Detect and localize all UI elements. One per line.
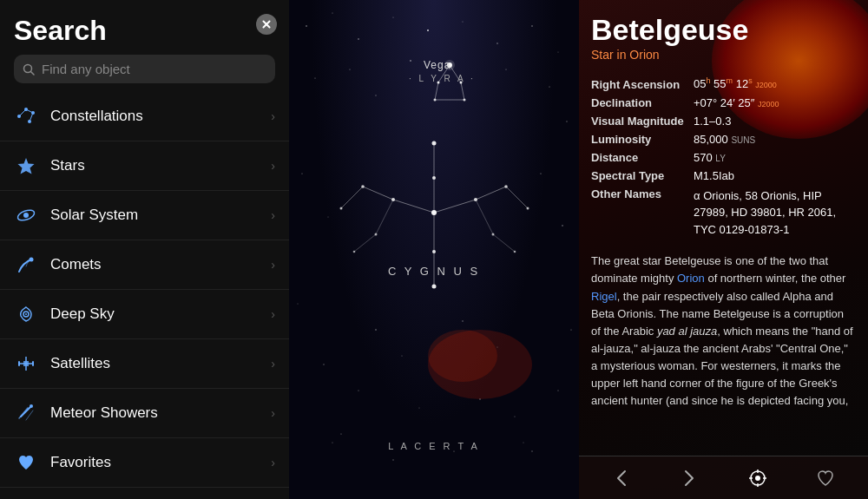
ra-value: 05h 55m 12s J2000 [694,76,856,90]
svg-line-63 [435,82,438,100]
svg-point-47 [562,225,563,227]
satellites-icon [14,351,38,376]
svg-point-49 [570,329,571,330]
svg-point-53 [531,450,532,451]
search-panel: Search Find any object [0,0,289,499]
deep-sky-chevron: › [271,307,275,321]
meteor-showers-label: Meteor Showers [50,404,259,422]
svg-line-7 [26,109,33,113]
other-names-label: Other Names [591,187,687,200]
forward-button[interactable] [672,461,707,496]
sidebar-item-satellites[interactable]: Satellites › [0,339,289,389]
sidebar-item-siri-shortcuts[interactable]: Siri Shortcuts › [0,488,289,499]
svg-point-35 [531,25,533,27]
svg-point-11 [23,213,29,218]
svg-point-28 [306,25,307,27]
solar-system-label: Solar System [50,207,259,224]
svg-point-48 [298,304,299,305]
info-row-other-names: Other Names α Orionis, 58 Orionis, HIP 2… [591,185,856,241]
svg-line-6 [19,109,26,116]
favorite-button[interactable] [808,461,843,496]
svg-line-22 [26,410,33,420]
svg-point-44 [301,173,302,174]
favorites-icon [14,450,38,475]
svg-line-91 [476,187,506,200]
svg-point-108 [523,443,524,443]
search-title: Search [14,16,275,46]
svg-point-105 [332,443,333,443]
deep-sky-icon [14,302,38,326]
svg-point-38 [350,69,351,70]
svg-line-89 [354,234,376,252]
spectral-value: M1.5Iab [694,169,856,182]
solar-system-chevron: › [271,208,275,222]
svg-point-30 [358,38,358,39]
luminosity-value: 85,000 SUNS [694,133,856,146]
star-subtitle: Star in Orion [591,48,856,62]
back-button[interactable] [604,461,639,496]
svg-rect-17 [23,361,29,366]
dec-label: Declination [591,96,687,109]
svg-point-102 [419,408,420,409]
spectral-label: Spectral Type [591,169,687,182]
svg-line-21 [19,408,28,418]
svg-line-88 [376,200,393,234]
constellations-icon [14,104,38,128]
constellations-chevron: › [271,109,275,123]
svg-point-52 [340,433,341,434]
sidebar-item-solar-system[interactable]: Solar System › [0,191,289,240]
svg-point-104 [514,416,515,417]
svg-point-5 [28,120,31,123]
luminosity-label: Luminosity [591,133,687,146]
svg-point-51 [558,391,559,391]
sidebar-item-deep-sky[interactable]: Deep Sky › [0,290,289,339]
info-row-ra: Right Ascension 05h 55m 12s J2000 [591,74,856,93]
info-row-luminosity: Luminosity 85,000 SUNS [591,130,856,148]
target-button[interactable] [740,461,775,496]
svg-point-29 [332,13,333,14]
svg-point-99 [462,320,463,321]
orion-link[interactable]: Orion [677,272,705,285]
sidebar-item-favorites[interactable]: Favorites › [0,438,289,488]
vega-label: Vega [424,59,450,71]
svg-point-31 [392,16,393,17]
distance-label: Distance [591,151,687,164]
magnitude-value: 1.1–0.3 [694,115,856,128]
svg-point-36 [558,52,559,53]
rigel-link[interactable]: Rigel [591,290,617,303]
solar-system-icon [14,203,38,227]
star-title: Betelgeuse [591,14,856,46]
satellites-label: Satellites [50,355,259,372]
search-icon [23,63,35,76]
stars-label: Stars [50,157,259,174]
svg-point-41 [505,69,506,69]
close-button[interactable] [256,14,277,35]
sidebar-item-comets[interactable]: Comets › [0,240,289,290]
sidebar-item-stars[interactable]: Stars › [0,141,289,191]
satellites-chevron: › [271,357,275,371]
search-placeholder: Find any object [42,62,130,76]
cygnus-label: C Y G N U S [388,265,480,278]
svg-point-97 [375,329,377,331]
other-names-value: α Orionis, 58 Orionis, HIP 27989, HD 398… [694,187,856,239]
sidebar-item-constellations[interactable]: Constellations › [0,92,289,141]
sidebar-item-meteor-showers[interactable]: Meteor Showers › [0,389,289,438]
svg-point-98 [401,355,402,356]
sky-view-panel: Vega · L Y R A · C Y G N U S L A C E R T… [289,0,579,499]
svg-point-43 [566,121,567,121]
svg-line-86 [363,187,393,200]
svg-line-64 [461,82,464,100]
magnitude-label: Visual Magnitude [591,115,687,128]
svg-line-87 [341,187,363,208]
svg-point-110 [755,476,760,481]
info-row-spectral: Spectral Type M1.5Iab [591,167,856,185]
svg-point-37 [314,77,315,78]
stars-chevron: › [271,159,275,173]
svg-point-106 [392,459,393,460]
svg-point-46 [540,173,541,174]
meteor-showers-icon [14,401,38,425]
svg-line-90 [434,200,476,213]
info-row-dec: Declination +07° 24′ 25″ J2000 [591,94,856,112]
search-input-wrap[interactable]: Find any object [14,55,275,83]
comets-label: Comets [50,256,259,273]
